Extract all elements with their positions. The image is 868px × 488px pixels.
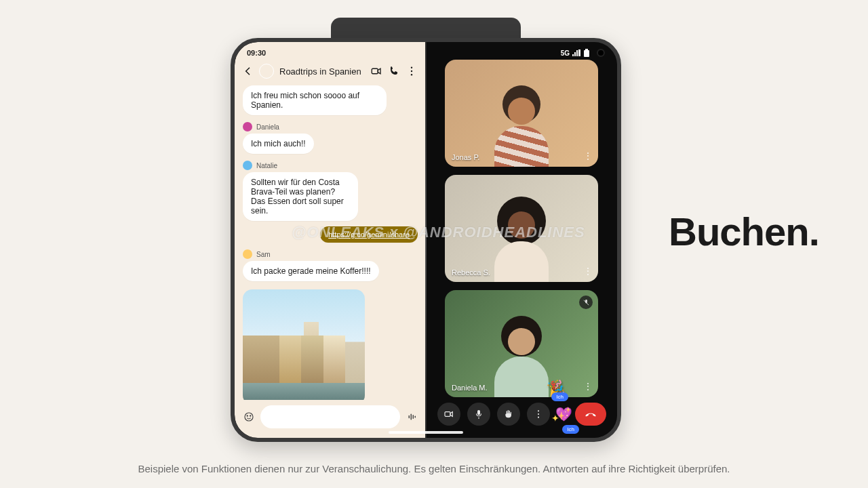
shared-link[interactable]: https://g.co/gemini/share xyxy=(320,226,418,243)
svg-rect-12 xyxy=(585,49,588,50)
participant-grid: Jonas P. ⋮ Rebecca S. ⋮ Daniela M. ⋮ xyxy=(426,60,617,397)
marketing-headline: Buchen. xyxy=(669,209,819,254)
sender-row: Daniela xyxy=(243,122,418,131)
mute-icon[interactable] xyxy=(579,296,593,309)
sparkle-icon: ✦ xyxy=(551,413,559,424)
avatar xyxy=(243,122,252,131)
sender-name: Natalie xyxy=(256,162,277,169)
raise-hand-button[interactable] xyxy=(497,403,520,426)
chat-pane: 09:30 Roadtrips in Spanien I xyxy=(235,42,426,438)
participant-name: Jonas P. xyxy=(452,153,479,161)
message-bubble[interactable]: Ich freu mich schon soooo auf Spanien. xyxy=(243,85,387,115)
participant-name: Rebecca S. xyxy=(452,268,490,277)
chat-header: Roadtrips in Spanien xyxy=(235,60,426,85)
status-bar-right: 5G xyxy=(426,42,617,60)
svg-point-1 xyxy=(411,67,412,68)
svg-rect-8 xyxy=(411,414,412,420)
svg-rect-7 xyxy=(409,415,410,419)
svg-rect-9 xyxy=(413,415,414,419)
svg-rect-13 xyxy=(445,412,450,417)
back-icon[interactable] xyxy=(243,66,254,77)
message-image[interactable] xyxy=(243,289,365,400)
device-notch xyxy=(331,18,521,38)
participant-tile[interactable]: Rebecca S. ⋮ xyxy=(445,175,598,282)
svg-rect-11 xyxy=(584,50,589,57)
toggle-camera-button[interactable] xyxy=(437,403,460,426)
messages-list[interactable]: Ich freu mich schon soooo auf Spanien. D… xyxy=(235,85,426,400)
camera-hole xyxy=(597,49,605,57)
call-more-button[interactable] xyxy=(527,403,550,426)
tile-more-icon[interactable]: ⋮ xyxy=(583,381,593,392)
svg-point-4 xyxy=(245,413,253,421)
participant-name: Daniela M. xyxy=(452,384,488,392)
participant-tile[interactable]: Daniela M. ⋮ xyxy=(445,290,598,397)
message-bubble[interactable]: Sollten wir für den Costa Brava-Teil was… xyxy=(243,172,358,221)
chat-title[interactable]: Roadtrips in Spanien xyxy=(279,66,365,77)
svg-point-16 xyxy=(537,417,538,418)
hangup-button[interactable] xyxy=(575,403,606,426)
voice-call-icon[interactable] xyxy=(388,65,400,77)
toggle-mic-button[interactable] xyxy=(467,403,490,426)
video-call-icon[interactable] xyxy=(370,65,382,77)
home-indicator[interactable] xyxy=(389,431,463,434)
sender-row: Natalie xyxy=(243,161,418,170)
video-call-pane: 5G Jonas P. ⋮ Rebecca S. ⋮ xyxy=(426,42,617,438)
sender-name: Daniela xyxy=(256,123,279,131)
svg-rect-10 xyxy=(415,416,416,418)
voice-input-icon[interactable] xyxy=(406,411,418,423)
self-label-pill: Ich xyxy=(562,425,579,434)
more-icon[interactable] xyxy=(406,65,418,77)
message-input[interactable] xyxy=(260,405,400,428)
tile-more-icon[interactable]: ⋮ xyxy=(583,150,593,161)
avatar xyxy=(243,249,252,259)
sender-row: Sam xyxy=(243,249,418,259)
network-label: 5G xyxy=(561,49,570,57)
avatar xyxy=(243,161,252,170)
group-avatar[interactable] xyxy=(259,64,274,79)
message-bubble[interactable]: Ich packe gerade meine Koffer!!!! xyxy=(243,261,379,281)
svg-point-14 xyxy=(537,410,538,411)
svg-point-3 xyxy=(411,74,412,75)
disclaimer-text: Beispiele von Funktionen dienen nur zur … xyxy=(81,463,787,474)
sender-name: Sam xyxy=(256,251,271,258)
svg-point-5 xyxy=(247,415,248,416)
battery-icon xyxy=(583,49,590,57)
heart-reaction[interactable]: 💖 ✦ xyxy=(555,406,572,422)
foldable-device: 09:30 Roadtrips in Spanien I xyxy=(231,38,621,442)
signal-icon xyxy=(572,49,580,56)
participant-tile[interactable]: Jonas P. ⋮ xyxy=(445,60,598,167)
status-bar-time: 09:30 xyxy=(235,42,426,60)
svg-rect-0 xyxy=(372,68,378,74)
emoji-icon[interactable] xyxy=(243,411,255,423)
tile-more-icon[interactable]: ⋮ xyxy=(583,266,593,277)
svg-point-6 xyxy=(250,415,251,416)
svg-point-15 xyxy=(537,413,538,415)
svg-point-2 xyxy=(411,70,412,72)
message-bubble[interactable]: Ich mich auch!! xyxy=(243,134,314,154)
